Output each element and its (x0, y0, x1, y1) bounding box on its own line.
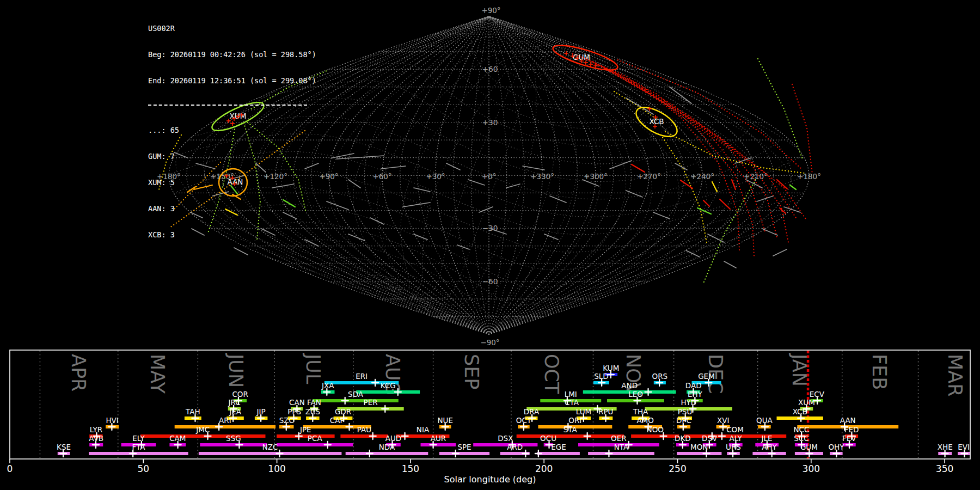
shower-label-ori: ORI (568, 416, 581, 425)
shower-label-cor: COR (232, 390, 248, 399)
sporadic-meteor (773, 249, 787, 256)
curve (281, 19, 526, 289)
label: +180° (797, 172, 821, 181)
sporadic-meteor (348, 180, 360, 188)
sporadic-meteor (670, 87, 691, 103)
label: +240° (690, 172, 714, 181)
shower-label-jxa: JXA (321, 381, 334, 390)
sporadic-meteor (479, 207, 493, 212)
shower-bar-ari (175, 425, 275, 428)
axis-tick-label: 300 (803, 463, 820, 474)
shower-label-pca: PCA (308, 434, 323, 443)
shower-label-ege: EGE (551, 443, 566, 451)
station-id: US002R (148, 24, 316, 33)
shower-label-per: PER (364, 398, 378, 407)
curve (541, 58, 764, 253)
label: +330° (530, 172, 554, 181)
shower-label-ocu: OCU (540, 434, 556, 443)
axis-tick-label: 50 (137, 463, 149, 474)
sporadic-meteor (675, 163, 687, 170)
count-xcb: XCB: 3 (148, 230, 316, 239)
sporadic-meteor (332, 154, 354, 158)
shower-label-ahy: AHY (762, 443, 777, 451)
curve (580, 56, 754, 256)
count-xum: XUM: 5 (148, 178, 316, 187)
shower-label-eri: ERI (356, 372, 367, 381)
shower-label-aud: AUD (385, 434, 402, 443)
sporadic-meteor (446, 163, 460, 170)
shower-label-tah: TAH (185, 407, 200, 416)
curve (792, 84, 812, 174)
shower-meteor (777, 180, 787, 189)
shower-bar-pca (277, 443, 353, 446)
shower-label-nta: NTA (614, 443, 629, 451)
axis-tick-label: 250 (669, 463, 686, 474)
shower-bar-jmc (140, 434, 266, 438)
curve (510, 40, 560, 76)
shower-label-leo: LEO (628, 390, 643, 399)
shower-meteor (681, 180, 693, 188)
curve (555, 213, 785, 270)
count-gum: GUM: 7 (148, 152, 316, 161)
shower-label-gem: GEM (698, 372, 715, 381)
shower-bar-nta (588, 452, 654, 455)
shower-meteor (632, 164, 645, 172)
curve (329, 258, 477, 328)
axis-tick-label: 0 (7, 463, 13, 474)
shower-meteor (732, 180, 736, 189)
label: +30° (426, 172, 445, 181)
sporadic-meteor (414, 188, 430, 192)
axis-tick-label: 200 (535, 463, 553, 474)
shower-label-tha: THA (633, 407, 648, 416)
month-label: MAY (146, 354, 168, 394)
curve (537, 52, 795, 147)
label: +60° (372, 172, 391, 181)
shower-label-cap: CAP (330, 416, 345, 425)
sporadic-meteor (381, 166, 406, 169)
shower-bar-nzc (199, 452, 342, 455)
separator-line (148, 105, 307, 106)
shower-label-jpe: JPE (299, 425, 311, 434)
sporadic-meteor (762, 229, 777, 235)
shower-label-gdr: GDR (335, 407, 351, 416)
shower-label-hyd: HYD (681, 398, 696, 407)
end-time: End: 20260119 12:36:51 (sol = 299.08°) (148, 76, 316, 85)
label: +270° (637, 172, 661, 181)
curve (353, 45, 524, 290)
x-axis: 050100150200250300350Solar longitude (de… (7, 459, 954, 485)
label: +30 (482, 118, 498, 127)
sporadic-meteor (370, 218, 384, 224)
month-label: OCT (541, 354, 562, 394)
shower-label-evi: EVI (958, 443, 970, 451)
curve (703, 180, 756, 283)
shower-bar-spe (439, 452, 489, 455)
shower-label-ari: ARI (219, 416, 231, 425)
curve (368, 275, 443, 310)
sporadic-meteor (414, 234, 427, 240)
shower-label-spe: SPE (457, 443, 471, 451)
shower-bar-sda (313, 399, 399, 402)
curve (521, 254, 715, 305)
shower-label-fta: FTA (132, 443, 145, 451)
curve (592, 157, 800, 217)
shower-bar-mon (677, 452, 721, 455)
shower-bar-pau (340, 434, 388, 438)
shower-label-ard: ARD (507, 443, 523, 451)
shower-bar-ege (537, 452, 580, 455)
curve (413, 65, 601, 333)
sporadic-meteor (653, 212, 670, 219)
shower-meteor (712, 182, 717, 192)
begin-time: Beg: 20260119 00:42:26 (sol = 298.58°) (148, 50, 316, 59)
curve (614, 91, 656, 119)
shower-label-dpc: DPC (676, 416, 691, 425)
sky-map-and-timeline-plot: +180°+150°+120°+90°+60°+30°+0°+330°+300°… (0, 0, 980, 490)
shower-bar-aur (421, 443, 456, 446)
sporadic-meteor (746, 180, 762, 188)
label: +90° (481, 6, 500, 15)
meteor-radiant-app: +180°+150°+120°+90°+60°+30°+0°+330°+300°… (0, 0, 980, 490)
curve (570, 194, 804, 253)
shower-meteor (790, 185, 796, 189)
month-label: MAR (944, 354, 966, 396)
sporadic-meteor (708, 234, 724, 242)
observation-info-panel: US002R Beg: 20260119 00:42:26 (sol = 298… (148, 7, 316, 256)
